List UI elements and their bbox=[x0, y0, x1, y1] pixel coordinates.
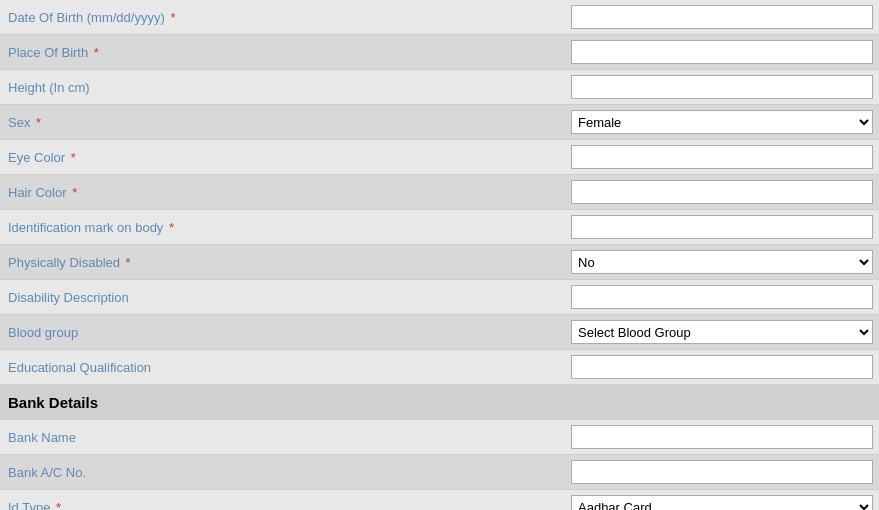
select-id-type[interactable]: Aadhar CardPAN CardPassportVoter IDDrivi… bbox=[571, 495, 873, 510]
form-row-date-of-birth: Date Of Birth (mm/dd/yyyy) * bbox=[0, 0, 879, 35]
input-col-educational-qualification bbox=[565, 351, 879, 383]
required-indicator-eye-color: * bbox=[71, 150, 76, 165]
required-indicator-place-of-birth: * bbox=[94, 45, 99, 60]
form-row-bank-details-header: Bank Details bbox=[0, 385, 879, 420]
label-bank-name: Bank Name bbox=[0, 424, 565, 451]
form-row-physically-disabled: Physically Disabled *NoYes bbox=[0, 245, 879, 280]
form-row-height: Height (In cm) bbox=[0, 70, 879, 105]
form-row-educational-qualification: Educational Qualification bbox=[0, 350, 879, 385]
label-eye-color: Eye Color * bbox=[0, 144, 565, 171]
form-row-bank-ac-no: Bank A/C No. bbox=[0, 455, 879, 490]
label-id-type: Id Type * bbox=[0, 494, 565, 511]
input-place-of-birth[interactable] bbox=[571, 40, 873, 64]
input-educational-qualification[interactable] bbox=[571, 355, 873, 379]
form-row-disability-description: Disability Description bbox=[0, 280, 879, 315]
input-col-height bbox=[565, 71, 879, 103]
input-disability-description[interactable] bbox=[571, 285, 873, 309]
input-col-eye-color bbox=[565, 141, 879, 173]
required-indicator-physically-disabled: * bbox=[126, 255, 131, 270]
input-bank-name[interactable] bbox=[571, 425, 873, 449]
input-col-blood-group: Select Blood GroupA+A-B+B-O+O-AB+AB- bbox=[565, 316, 879, 348]
form-row-eye-color: Eye Color * bbox=[0, 140, 879, 175]
select-physically-disabled[interactable]: NoYes bbox=[571, 250, 873, 274]
label-educational-qualification: Educational Qualification bbox=[0, 354, 565, 381]
input-col-sex: FemaleMaleOther bbox=[565, 106, 879, 138]
label-disability-description: Disability Description bbox=[0, 284, 565, 311]
input-col-date-of-birth bbox=[565, 1, 879, 33]
required-indicator-date-of-birth: * bbox=[170, 10, 175, 25]
form-container: Date Of Birth (mm/dd/yyyy) *Place Of Bir… bbox=[0, 0, 879, 510]
input-col-disability-description bbox=[565, 281, 879, 313]
input-col-hair-color bbox=[565, 176, 879, 208]
input-col-bank-ac-no bbox=[565, 456, 879, 488]
input-hair-color[interactable] bbox=[571, 180, 873, 204]
label-identification-mark: Identification mark on body * bbox=[0, 214, 565, 241]
required-indicator-hair-color: * bbox=[72, 185, 77, 200]
input-col-place-of-birth bbox=[565, 36, 879, 68]
input-eye-color[interactable] bbox=[571, 145, 873, 169]
label-sex: Sex * bbox=[0, 109, 565, 136]
form-row-hair-color: Hair Color * bbox=[0, 175, 879, 210]
required-indicator-id-type: * bbox=[56, 500, 61, 511]
form-row-blood-group: Blood group Select Blood GroupA+A-B+B-O+… bbox=[0, 315, 879, 350]
form-row-bank-name: Bank Name bbox=[0, 420, 879, 455]
label-bank-details-header: Bank Details bbox=[0, 388, 565, 417]
input-col-bank-name bbox=[565, 421, 879, 453]
form-row-id-type: Id Type *Aadhar CardPAN CardPassportVote… bbox=[0, 490, 879, 510]
label-hair-color: Hair Color * bbox=[0, 179, 565, 206]
label-date-of-birth: Date Of Birth (mm/dd/yyyy) * bbox=[0, 4, 565, 31]
required-indicator-identification-mark: * bbox=[169, 220, 174, 235]
required-indicator-sex: * bbox=[36, 115, 41, 130]
input-height[interactable] bbox=[571, 75, 873, 99]
input-col-id-type: Aadhar CardPAN CardPassportVoter IDDrivi… bbox=[565, 491, 879, 510]
form-row-place-of-birth: Place Of Birth * bbox=[0, 35, 879, 70]
label-place-of-birth: Place Of Birth * bbox=[0, 39, 565, 66]
select-sex[interactable]: FemaleMaleOther bbox=[571, 110, 873, 134]
input-col-identification-mark bbox=[565, 211, 879, 243]
input-col-physically-disabled: NoYes bbox=[565, 246, 879, 278]
select-blood-group[interactable]: Select Blood GroupA+A-B+B-O+O-AB+AB- bbox=[571, 320, 873, 344]
label-bank-ac-no: Bank A/C No. bbox=[0, 459, 565, 486]
input-identification-mark[interactable] bbox=[571, 215, 873, 239]
label-blood-group: Blood group bbox=[0, 319, 565, 346]
input-date-of-birth[interactable] bbox=[571, 5, 873, 29]
form-row-sex: Sex *FemaleMaleOther bbox=[0, 105, 879, 140]
input-bank-ac-no[interactable] bbox=[571, 460, 873, 484]
label-physically-disabled: Physically Disabled * bbox=[0, 249, 565, 276]
label-height: Height (In cm) bbox=[0, 74, 565, 101]
form-row-identification-mark: Identification mark on body * bbox=[0, 210, 879, 245]
